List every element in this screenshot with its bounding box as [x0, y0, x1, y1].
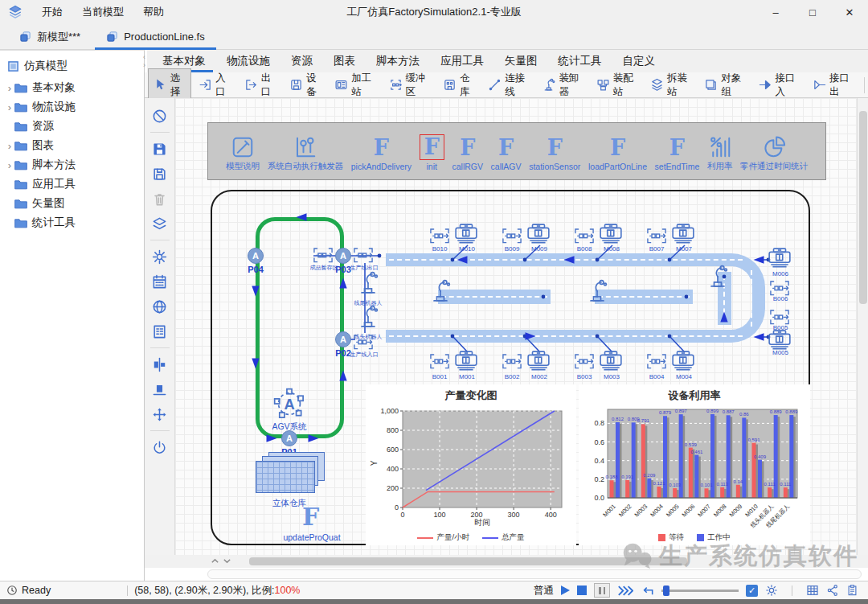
- sub-conveyor[interactable]: [595, 290, 693, 304]
- sidebar-collapse-handle[interactable]: ‹›: [143, 53, 151, 69]
- tree-root[interactable]: 仿真模型: [0, 55, 144, 78]
- sub-conveyor[interactable]: [438, 290, 551, 304]
- script-item-pickAndDelivery[interactable]: FpickAndDelivery: [351, 131, 411, 171]
- tool-buffer[interactable]: 缓冲区: [383, 68, 436, 102]
- ltool-cancel[interactable]: [149, 105, 171, 127]
- ltool-align-horizontal[interactable]: [149, 353, 171, 376]
- script-item-模型说明[interactable]: 模型说明: [226, 130, 260, 172]
- tree-expand-arrow[interactable]: ›: [0, 140, 14, 152]
- sidebar-item-3[interactable]: ›图表: [0, 136, 144, 155]
- script-item-利用率[interactable]: 利用率: [707, 130, 733, 172]
- tool-select[interactable]: 选择: [148, 68, 191, 102]
- tool-port-in[interactable]: 接口入: [753, 68, 805, 102]
- tool-assembly-station[interactable]: 装配站: [591, 68, 643, 102]
- ltool-power[interactable]: [149, 436, 171, 458]
- reset-arrow-icon[interactable]: [641, 585, 654, 597]
- sidebar-item-2[interactable]: 资源: [0, 117, 144, 136]
- ltool-schedule[interactable]: [149, 270, 171, 293]
- menu-2[interactable]: 帮助: [135, 2, 172, 22]
- station-B002[interactable]: [502, 354, 522, 372]
- pause-button[interactable]: [594, 583, 610, 598]
- station-B003[interactable]: [575, 354, 594, 372]
- script-item-setEndTime[interactable]: FsetEndTime: [655, 131, 700, 171]
- station-线尾机器人[interactable]: [358, 270, 379, 298]
- sidebar-item-1[interactable]: ›物流设施: [0, 97, 144, 117]
- station-M009[interactable]: [526, 224, 551, 248]
- station-M006[interactable]: [768, 248, 792, 272]
- tool-object-group[interactable]: 对象组: [698, 68, 751, 102]
- sub-conveyor-robot[interactable]: [430, 278, 451, 306]
- fast-forward-icon[interactable]: [617, 585, 633, 597]
- horizontal-scroll-thumb[interactable]: [249, 557, 687, 565]
- station-M002[interactable]: [526, 351, 551, 375]
- ltool-settings[interactable]: [149, 245, 171, 268]
- station-M003[interactable]: [599, 351, 623, 375]
- station-B001[interactable]: [430, 354, 449, 372]
- script-item-callAGV[interactable]: FcallAGV: [491, 131, 522, 171]
- minimize-button[interactable]: –: [757, 0, 794, 24]
- station-M001[interactable]: [454, 351, 478, 375]
- document-tab-0[interactable]: 新模型***: [6, 24, 93, 49]
- scroll-down-icon[interactable]: [223, 557, 231, 565]
- sidebar-item-6[interactable]: 矢量图: [0, 194, 144, 213]
- script-item-callRGV[interactable]: FcallRGV: [452, 131, 483, 171]
- canvas-horizontal-scrollbar[interactable]: [145, 555, 868, 568]
- warehouse-3d[interactable]: [256, 452, 330, 495]
- model-canvas[interactable]: 模型说明系统自动执行触发器FpickAndDeliveryFinitFcallR…: [175, 98, 868, 555]
- tool-device[interactable]: 设备: [284, 68, 327, 102]
- station-B010[interactable]: [430, 228, 449, 247]
- script-item-stationSensor[interactable]: FstationSensor: [529, 131, 580, 171]
- tool-connector[interactable]: 连接线: [482, 68, 534, 102]
- ltool-align-bottom[interactable]: [149, 378, 171, 401]
- station-B009[interactable]: [502, 228, 522, 247]
- script-updateProQuat[interactable]: F: [302, 505, 319, 529]
- tool-entry[interactable]: 入口: [193, 68, 236, 102]
- sidebar-item-0[interactable]: ›基本对象: [0, 78, 144, 97]
- tree-expand-arrow[interactable]: ›: [0, 82, 14, 94]
- station-B004[interactable]: [647, 354, 666, 372]
- tree-expand-arrow[interactable]: ›: [0, 101, 14, 113]
- scroll-up-icon[interactable]: [211, 557, 219, 565]
- vertical-scroll-thumb[interactable]: [859, 111, 867, 304]
- ltool-delete[interactable]: [149, 187, 171, 210]
- script-item-系统自动执行触发器[interactable]: 系统自动执行触发器: [268, 130, 344, 172]
- canvas-vertical-scrollbar[interactable]: [857, 98, 868, 555]
- agv-node-P04[interactable]: A: [248, 248, 264, 264]
- play-button[interactable]: [561, 586, 570, 595]
- close-button[interactable]: ✕: [831, 0, 868, 24]
- station-B007[interactable]: [647, 228, 666, 247]
- script-item-零件通过时间统计[interactable]: 零件通过时间统计: [740, 130, 808, 172]
- menu-1[interactable]: 当前模型: [74, 2, 132, 22]
- ltool-save-as[interactable]: [149, 162, 171, 185]
- script-item-loadPartOnLine[interactable]: FloadPartOnLine: [588, 131, 647, 171]
- agv-node-P01[interactable]: A: [281, 430, 297, 446]
- document-tab-1[interactable]: ProductionLine.fs: [93, 24, 217, 49]
- tree-expand-arrow[interactable]: ›: [0, 159, 14, 171]
- ltool-globe[interactable]: [149, 295, 171, 318]
- script-item-init[interactable]: Finit: [420, 131, 444, 171]
- sub-conveyor-robot[interactable]: [707, 264, 728, 291]
- table-icon[interactable]: [806, 584, 819, 597]
- sub-conveyor-robot[interactable]: [587, 278, 608, 306]
- sidebar-item-4[interactable]: ›脚本方法: [0, 155, 144, 175]
- ltool-layers[interactable]: [149, 212, 171, 235]
- animation-checkbox[interactable]: ✓: [746, 585, 758, 597]
- sidebar-item-5[interactable]: 应用工具: [0, 175, 144, 194]
- share-nodes-icon[interactable]: [826, 584, 839, 597]
- tool-loader[interactable]: 装卸器: [536, 68, 588, 102]
- slider-handle[interactable]: [663, 586, 669, 596]
- tool-process-station[interactable]: 加工站: [329, 68, 381, 102]
- agv-node-P02[interactable]: A: [335, 331, 351, 347]
- station-M007[interactable]: [671, 224, 695, 248]
- scroll-arrows[interactable]: [211, 557, 231, 565]
- station-M010[interactable]: [454, 224, 478, 248]
- station-M004[interactable]: [671, 351, 695, 375]
- station-B008[interactable]: [575, 228, 594, 247]
- tool-disassembly-station[interactable]: 拆装站: [645, 68, 697, 102]
- agv-system[interactable]: A: [272, 386, 307, 425]
- ltool-list[interactable]: [149, 320, 171, 343]
- tool-exit[interactable]: 出口: [239, 68, 282, 102]
- stop-button[interactable]: [577, 586, 587, 595]
- sidebar-item-7[interactable]: 统计工具: [0, 213, 144, 232]
- ltool-save[interactable]: [149, 138, 171, 160]
